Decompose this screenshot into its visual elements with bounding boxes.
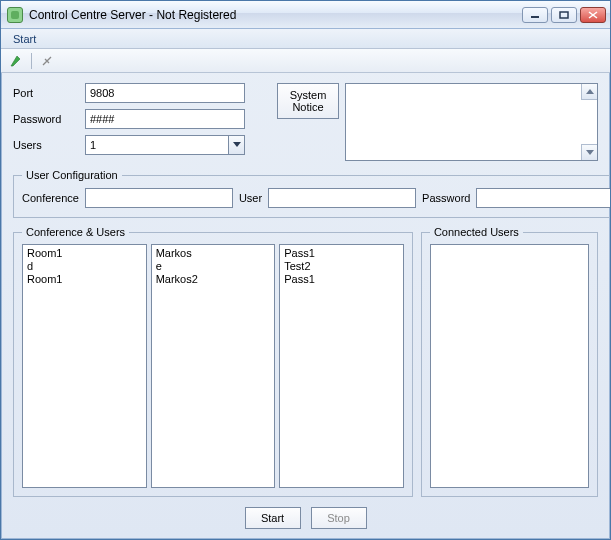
tool-connect-button[interactable] (7, 52, 25, 70)
connected-users-legend: Connected Users (430, 226, 523, 238)
titlebar: Control Centre Server - Not Registered (1, 1, 610, 29)
menubar: Start (1, 29, 610, 49)
window: Control Centre Server - Not Registered S… (0, 0, 611, 540)
conference-list[interactable]: Room1dRoom1 (22, 244, 147, 488)
scroll-down-button[interactable] (581, 144, 597, 160)
stop-button[interactable]: Stop (311, 507, 367, 529)
server-settings: Port Password Users (13, 83, 245, 155)
user-input[interactable] (268, 188, 416, 208)
port-label: Port (13, 87, 77, 99)
user-configuration-legend: User Configuration (22, 169, 122, 181)
password-label: Password (13, 113, 77, 125)
uc-password-label: Password (422, 192, 470, 204)
users-label: Users (13, 139, 77, 151)
list-item[interactable]: Markos2 (156, 273, 271, 286)
list-item[interactable]: Room1 (27, 247, 142, 260)
top-row: Port Password Users System Notice (13, 83, 598, 161)
conference-users-group: Conference & Users Room1dRoom1 MarkoseMa… (13, 226, 413, 497)
connected-users-list[interactable] (430, 244, 589, 488)
connected-users-inner (430, 244, 589, 488)
toolbar (1, 49, 610, 73)
close-icon (588, 11, 598, 19)
maximize-button[interactable] (551, 7, 577, 23)
conference-label: Conference (22, 192, 79, 204)
notice-area: System Notice (277, 83, 598, 161)
list-item[interactable]: e (156, 260, 271, 273)
user-label: User (239, 192, 262, 204)
chevron-down-icon (586, 150, 594, 156)
password-list[interactable]: Pass1Test2Pass1 (279, 244, 404, 488)
conference-input[interactable] (85, 188, 233, 208)
app-icon (7, 7, 23, 23)
start-button[interactable]: Start (245, 507, 301, 529)
connected-users-group: Connected Users (421, 226, 598, 497)
scroll-up-button[interactable] (581, 84, 597, 100)
list-item[interactable]: Room1 (27, 273, 142, 286)
bottom-buttons: Start Stop (13, 505, 598, 529)
menu-start[interactable]: Start (5, 31, 44, 47)
minimize-button[interactable] (522, 7, 548, 23)
minimize-icon (530, 11, 540, 19)
users-combo[interactable] (85, 135, 245, 155)
toolbar-separator (31, 53, 32, 69)
list-item[interactable]: Markos (156, 247, 271, 260)
plug-disconnect-icon (40, 54, 54, 68)
users-combo-input[interactable] (85, 135, 245, 155)
user-list[interactable]: MarkoseMarkos2 (151, 244, 276, 488)
svg-rect-1 (560, 12, 568, 18)
conference-users-legend: Conference & Users (22, 226, 129, 238)
system-notice-button[interactable]: System Notice (277, 83, 339, 119)
list-item[interactable]: Pass1 (284, 247, 399, 260)
feather-icon (9, 54, 23, 68)
chevron-down-icon (233, 142, 241, 148)
chevron-up-icon (586, 89, 594, 95)
close-button[interactable] (580, 7, 606, 23)
window-buttons (522, 7, 606, 23)
port-input[interactable] (85, 83, 245, 103)
uc-password-input[interactable] (476, 188, 610, 208)
list-item[interactable]: d (27, 260, 142, 273)
list-item[interactable]: Pass1 (284, 273, 399, 286)
maximize-icon (559, 11, 569, 19)
password-input[interactable] (85, 109, 245, 129)
user-configuration-group: User Configuration Conference User Passw… (13, 169, 610, 218)
list-item[interactable]: Test2 (284, 260, 399, 273)
conference-users-columns: Room1dRoom1 MarkoseMarkos2 Pass1Test2Pas… (22, 244, 404, 488)
tool-disconnect-button[interactable] (38, 52, 56, 70)
notice-textbox[interactable] (345, 83, 598, 161)
client-area: Port Password Users System Notice (1, 73, 610, 539)
dropdown-button[interactable] (228, 136, 244, 154)
window-title: Control Centre Server - Not Registered (29, 8, 516, 22)
user-configuration-row: Conference User Password + (22, 187, 610, 209)
lists-row: Conference & Users Room1dRoom1 MarkoseMa… (13, 226, 598, 497)
